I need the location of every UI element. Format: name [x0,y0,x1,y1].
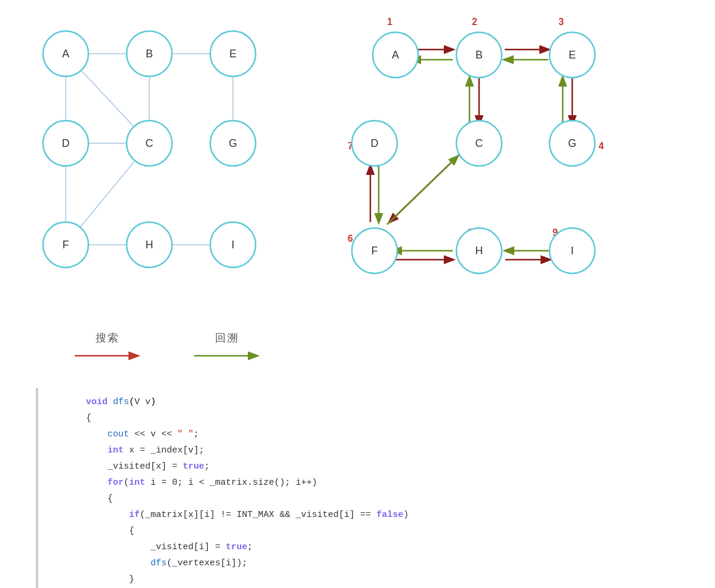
svg-text:I: I [231,239,234,251]
svg-text:D: D [62,137,70,149]
svg-text:F: F [63,239,69,251]
code-line-12: } [86,571,679,587]
code-line-8: if(_matrix[x][i] != INT_MAX && _visited[… [86,507,679,523]
code-line-5: _visited[x] = true; [86,458,679,475]
svg-text:H: H [146,239,154,251]
code-line-2: { [86,410,679,426]
code-line-6: for(int i = 0; i < _matrix.size(); i++) [86,475,679,491]
code-block: void dfs(V v) { cout << v << " "; int x … [86,394,679,588]
svg-text:C: C [146,137,154,149]
svg-text:A: A [392,49,399,61]
svg-text:C: C [475,137,483,149]
graphs-section: A B E D C G F H I [0,0,715,313]
backtrack-label: 回溯 [215,331,239,345]
svg-text:3: 3 [559,17,564,27]
svg-text:B: B [475,49,483,61]
search-label: 搜索 [96,331,119,345]
legend-section: 搜索 回溯 [0,319,715,376]
directed-graph: 1 2 3 4 5 6 7 8 9 [340,12,627,301]
svg-text:G: G [568,137,576,149]
undirected-graph: A B E D C G F H I [24,12,281,289]
code-line-1: void dfs(V v) [86,394,679,410]
code-section: void dfs(V v) { cout << v << " "; int x … [36,388,715,588]
svg-text:E: E [229,48,237,60]
svg-text:E: E [569,49,576,61]
svg-text:6: 6 [348,233,353,244]
svg-text:A: A [62,48,69,60]
svg-text:2: 2 [472,17,477,27]
code-line-3: cout << v << " "; [86,426,679,442]
search-legend: 搜索 [72,331,143,364]
svg-text:H: H [475,245,483,257]
backtrack-legend: 回溯 [191,331,263,364]
svg-text:1: 1 [387,17,392,27]
code-line-11: dfs(_vertexes[i]); [86,555,679,571]
code-line-4: int x = _index[v]; [86,442,679,458]
code-line-7: { [86,491,679,507]
svg-text:F: F [372,245,378,257]
svg-text:I: I [570,245,573,257]
svg-text:G: G [229,137,237,149]
code-line-9: { [86,523,679,539]
svg-line-50 [387,156,458,224]
svg-text:4: 4 [599,141,604,151]
code-line-10: _visited[i] = true; [86,539,679,555]
svg-text:D: D [371,137,379,149]
svg-text:B: B [146,48,153,60]
